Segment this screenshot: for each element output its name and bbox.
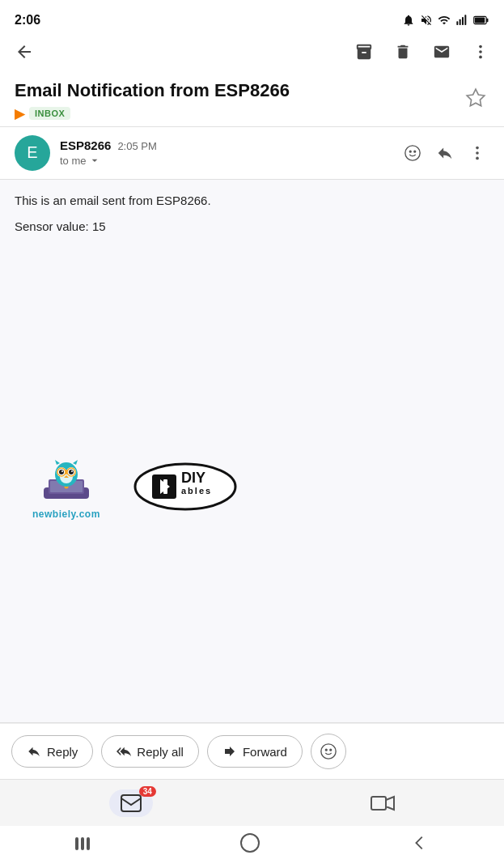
inbox-arrow-icon: ▶ bbox=[15, 106, 24, 121]
home-button[interactable] bbox=[239, 832, 260, 856]
sender-row: E ESP8266 2:05 PM to me bbox=[0, 127, 504, 179]
emoji-action-button[interactable] bbox=[311, 734, 346, 769]
svg-point-7 bbox=[479, 45, 482, 49]
reply-all-button[interactable]: Reply all bbox=[101, 735, 199, 768]
email-body-line1: This is an email sent from ESP8266. bbox=[15, 191, 489, 211]
toolbar-left bbox=[11, 39, 37, 65]
status-icons bbox=[402, 14, 489, 27]
emoji-button[interactable] bbox=[400, 141, 425, 165]
back-nav-icon bbox=[411, 834, 429, 852]
svg-point-15 bbox=[476, 151, 479, 155]
svg-rect-1 bbox=[460, 19, 461, 25]
newbiely-logo: newbiely.com bbox=[32, 457, 100, 520]
video-nav-item[interactable] bbox=[371, 794, 395, 812]
mail-nav-item[interactable]: 34 bbox=[109, 789, 153, 817]
svg-point-27 bbox=[59, 470, 64, 474]
svg-rect-5 bbox=[486, 19, 488, 23]
back-button[interactable] bbox=[11, 39, 37, 65]
newbiely-owl-svg bbox=[37, 457, 95, 505]
svg-point-13 bbox=[414, 151, 416, 152]
svg-point-29 bbox=[61, 470, 63, 472]
svg-marker-46 bbox=[386, 797, 394, 810]
subject-label-row: ▶ Inbox bbox=[15, 106, 462, 121]
svg-rect-6 bbox=[475, 18, 485, 23]
mark-unread-button[interactable] bbox=[430, 40, 454, 64]
newbiely-text: newbiely.com bbox=[32, 508, 100, 520]
wifi-icon bbox=[438, 14, 451, 27]
sender-time: 2:05 PM bbox=[117, 140, 156, 152]
svg-point-16 bbox=[476, 156, 479, 160]
inbox-badge[interactable]: Inbox bbox=[29, 107, 70, 120]
sender-to[interactable]: to me bbox=[60, 154, 391, 167]
delete-button[interactable] bbox=[391, 40, 415, 64]
svg-point-42 bbox=[325, 749, 327, 751]
svg-rect-0 bbox=[456, 21, 458, 25]
svg-text:DIY: DIY bbox=[181, 470, 205, 486]
recent-apps-button[interactable] bbox=[75, 837, 90, 850]
reply-all-label: Reply all bbox=[137, 745, 184, 759]
svg-rect-3 bbox=[464, 15, 466, 25]
recipient-label: to me bbox=[60, 155, 87, 167]
svg-point-14 bbox=[476, 146, 479, 149]
reply-button[interactable]: Reply bbox=[11, 735, 93, 768]
svg-rect-2 bbox=[462, 17, 464, 25]
expand-icon bbox=[88, 154, 101, 167]
spacer bbox=[0, 536, 504, 722]
sender-avatar: E bbox=[15, 135, 50, 171]
email-body: This is an email sent from ESP8266. Sens… bbox=[0, 180, 504, 440]
svg-text:ables: ables bbox=[181, 486, 212, 496]
subject-block: Email Notification from ESP8266 ▶ Inbox bbox=[15, 79, 462, 121]
reply-quick-button[interactable] bbox=[433, 141, 457, 165]
svg-rect-34 bbox=[66, 470, 67, 474]
mail-badge-wrap: 34 bbox=[109, 789, 153, 817]
email-subject: Email Notification from ESP8266 bbox=[15, 79, 462, 103]
alarm-icon bbox=[402, 14, 415, 27]
svg-marker-33 bbox=[73, 460, 78, 465]
svg-marker-32 bbox=[55, 460, 60, 465]
battery-icon bbox=[473, 14, 489, 27]
svg-point-43 bbox=[330, 749, 332, 751]
toolbar-right bbox=[352, 40, 493, 64]
svg-point-11 bbox=[405, 145, 420, 160]
recent-apps-icon bbox=[75, 837, 90, 850]
back-nav-button[interactable] bbox=[411, 834, 429, 854]
archive-button[interactable] bbox=[352, 40, 376, 64]
forward-label: Forward bbox=[243, 745, 287, 759]
more-sender-button[interactable] bbox=[465, 141, 489, 165]
reply-label: Reply bbox=[47, 745, 78, 759]
sender-name-row: ESP8266 2:05 PM bbox=[60, 138, 391, 152]
svg-point-30 bbox=[71, 470, 73, 472]
sender-info: ESP8266 2:05 PM to me bbox=[60, 138, 391, 167]
mail-nav-icon bbox=[121, 794, 142, 812]
status-bar: 2:06 bbox=[0, 0, 504, 36]
more-options-button[interactable] bbox=[468, 40, 493, 64]
subject-area: Email Notification from ESP8266 ▶ Inbox bbox=[0, 71, 504, 126]
reply-all-icon bbox=[116, 744, 131, 759]
logos-area: newbiely.com DIY ables bbox=[0, 440, 504, 536]
diyables-logo-svg: DIY ables bbox=[133, 462, 238, 512]
svg-rect-44 bbox=[121, 795, 141, 811]
forward-button[interactable]: Forward bbox=[207, 735, 303, 768]
svg-point-47 bbox=[241, 834, 259, 852]
svg-point-41 bbox=[321, 744, 336, 759]
star-button[interactable] bbox=[462, 84, 489, 114]
reply-icon bbox=[27, 744, 41, 759]
system-nav bbox=[0, 826, 504, 868]
status-time: 2:06 bbox=[15, 13, 40, 28]
diyables-logo-wrap: DIY ables bbox=[133, 462, 238, 515]
home-icon bbox=[239, 832, 260, 853]
signal-icon bbox=[455, 14, 468, 27]
svg-marker-10 bbox=[467, 89, 485, 106]
emoji-action-icon bbox=[320, 742, 337, 760]
mail-badge-count: 34 bbox=[139, 786, 156, 797]
video-nav-icon bbox=[371, 794, 395, 812]
toolbar bbox=[0, 36, 504, 71]
svg-rect-45 bbox=[371, 797, 386, 810]
svg-point-12 bbox=[409, 151, 411, 152]
sender-actions bbox=[400, 141, 489, 165]
forward-icon bbox=[222, 744, 237, 759]
bottom-nav: 34 bbox=[0, 779, 504, 826]
svg-point-28 bbox=[69, 470, 74, 474]
sender-name: ESP8266 bbox=[60, 138, 111, 152]
mute-icon bbox=[420, 14, 433, 27]
